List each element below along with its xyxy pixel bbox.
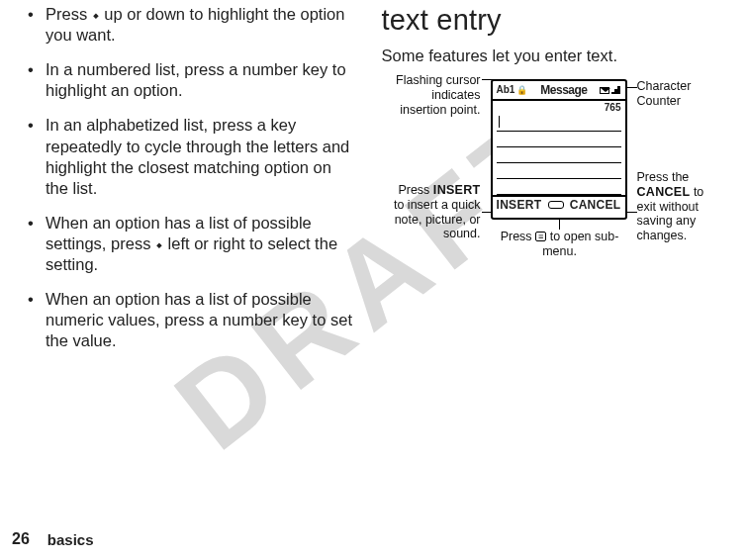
softkey-right: CANCEL (570, 198, 621, 212)
section-heading: text entry (382, 4, 720, 37)
intro-text: Some features let you enter text. (382, 47, 720, 65)
bullet-item: When an option has a list of possible se… (28, 213, 354, 275)
callout-cancel: Press the CANCEL to exit without saving … (637, 170, 726, 243)
text-line (497, 132, 621, 147)
status-right (600, 86, 620, 94)
signal-icon (611, 86, 620, 94)
leader-line (627, 87, 637, 88)
menu-key-icon: ≡ (535, 232, 546, 241)
nav-key-icon: ⬥ (92, 7, 100, 24)
callout-counter: Character Counter (637, 79, 716, 109)
menu-softkey-icon (548, 201, 564, 209)
text-line (497, 163, 621, 179)
text-entry-diagram: Flashing cursor indicates insertion poin… (382, 75, 720, 303)
bullet-list: Press ⬥ up or down to highlight the opti… (28, 4, 354, 352)
key-label: INSERT (433, 183, 481, 197)
lock-icon: 🔒 (516, 85, 527, 96)
callout-text: to insert a quick note, picture, or soun… (394, 198, 481, 241)
text-cursor (499, 116, 501, 128)
key-label: CANCEL (637, 185, 691, 199)
page-number: 26 (12, 530, 30, 548)
leader-line (559, 220, 560, 230)
screen-title: Message (540, 83, 587, 97)
left-column: Press ⬥ up or down to highlight the opti… (28, 4, 374, 490)
page-body: Press ⬥ up or down to highlight the opti… (0, 0, 747, 490)
callout-text: Press (398, 183, 432, 197)
bullet-item: In a numbered list, press a number key t… (28, 59, 354, 101)
nav-key-icon: ⬥ (155, 236, 163, 253)
text-fragment: When an option has a list of possible nu… (46, 290, 352, 349)
callout-cursor: Flashing cursor indicates insertion poin… (382, 73, 481, 117)
softkey-left: INSERT (497, 198, 542, 212)
envelope-icon (600, 87, 609, 94)
phone-statusbar: Ab1🔒 Message (493, 81, 625, 101)
text-line (497, 179, 621, 195)
callout-menu: Press ≡ to open sub-menu. (496, 230, 624, 259)
text-line (497, 147, 621, 163)
callout-text: Flashing cursor indicates insertion poin… (396, 73, 480, 117)
right-column: text entry Some features let you enter t… (374, 4, 720, 490)
softkey-bar: INSERT CANCEL (493, 195, 625, 213)
text-fragment: Press (46, 5, 92, 23)
phone-screen: Ab1🔒 Message 765 (491, 79, 627, 220)
bullet-item: In an alphabetized list, press a key rep… (28, 115, 354, 198)
status-left: Ab1🔒 (497, 84, 528, 96)
char-counter: 765 (605, 102, 621, 114)
text-area (493, 114, 625, 195)
char-counter-row: 765 (493, 101, 625, 114)
callout-text: to open sub-menu. (542, 230, 618, 258)
callout-text: Press (501, 230, 535, 243)
callout-text: Press the (637, 170, 690, 184)
text-line (497, 116, 621, 132)
leader-line (627, 212, 637, 213)
mode-indicator: Ab1 (497, 84, 515, 96)
callout-text: Character Counter (637, 79, 692, 108)
footer-section: basics (47, 531, 94, 548)
bullet-item: Press ⬥ up or down to highlight the opti… (28, 4, 354, 46)
page-footer: 26 basics (0, 530, 94, 548)
text-fragment: In an alphabetized list, press a key rep… (46, 116, 349, 196)
callout-insert: Press INSERT to insert a quick note, pic… (382, 183, 481, 241)
bullet-item: When an option has a list of possible nu… (28, 289, 354, 351)
text-fragment: In a numbered list, press a number key t… (46, 60, 346, 99)
